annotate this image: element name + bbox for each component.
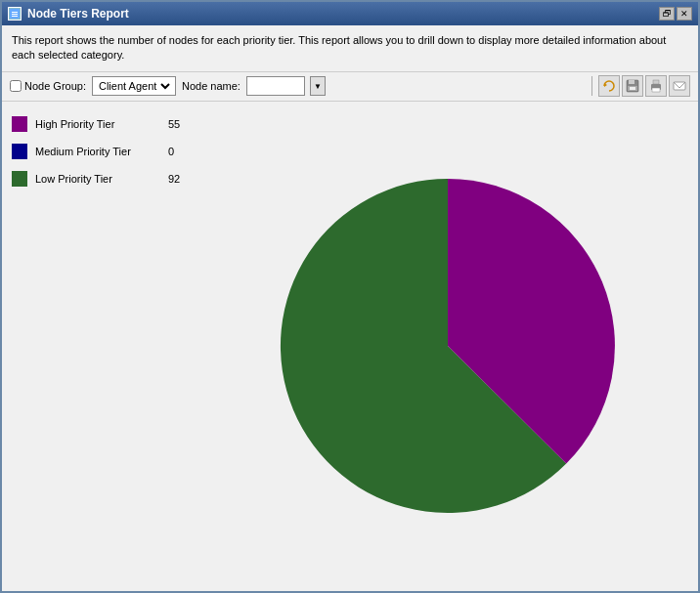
- title-bar: Node Tiers Report 🗗 ✕: [2, 2, 698, 25]
- svg-rect-6: [629, 80, 634, 84]
- toolbar-left: Node Group: Client Agent Node name: ▼: [10, 76, 582, 96]
- legend-item-high[interactable]: High Priority Tier 55: [12, 116, 188, 132]
- legend-label-low: Low Priority Tier: [35, 173, 160, 185]
- node-name-label: Node name:: [182, 80, 241, 92]
- svg-rect-3: [12, 16, 18, 17]
- legend-color-high: [12, 116, 27, 132]
- legend-item-medium[interactable]: Medium Priority Tier 0: [12, 144, 188, 159]
- legend-color-medium: [12, 144, 27, 159]
- print-button[interactable]: [645, 75, 667, 97]
- svg-rect-8: [630, 87, 635, 90]
- toolbar-separator: [591, 76, 592, 96]
- email-button[interactable]: [669, 75, 690, 97]
- save-button[interactable]: [622, 75, 643, 97]
- legend-count-medium: 0: [168, 146, 188, 157]
- node-group-checkbox[interactable]: [10, 80, 22, 92]
- window-icon: [8, 7, 22, 21]
- node-group-dropdown[interactable]: Client Agent: [92, 76, 176, 96]
- restore-button[interactable]: 🗗: [659, 7, 675, 21]
- legend-label-high: High Priority Tier: [35, 118, 160, 130]
- svg-rect-11: [652, 88, 660, 92]
- svg-rect-1: [12, 12, 18, 13]
- svg-marker-4: [604, 83, 607, 87]
- legend-count-low: 92: [168, 173, 188, 185]
- toolbar: Node Group: Client Agent Node name: ▼: [2, 72, 698, 102]
- close-button[interactable]: ✕: [677, 7, 692, 21]
- svg-rect-12: [674, 82, 685, 90]
- main-window: Node Tiers Report 🗗 ✕ This report shows …: [0, 0, 700, 593]
- legend-label-medium: Medium Priority Tier: [35, 146, 160, 157]
- svg-rect-10: [653, 80, 659, 84]
- legend-color-low: [12, 171, 27, 187]
- main-content: High Priority Tier 55 Medium Priority Ti…: [2, 102, 698, 591]
- legend-item-low[interactable]: Low Priority Tier 92: [12, 171, 188, 187]
- refresh-button[interactable]: [598, 75, 620, 97]
- title-bar-left: Node Tiers Report: [8, 7, 129, 21]
- node-name-dropdown-arrow[interactable]: ▼: [310, 76, 326, 96]
- legend-count-high: 55: [168, 118, 188, 130]
- node-group-select[interactable]: Client Agent: [95, 77, 173, 95]
- node-name-input[interactable]: [246, 76, 305, 96]
- node-group-checkbox-label[interactable]: Node Group:: [10, 80, 86, 92]
- report-description: This report shows the number of nodes fo…: [2, 25, 698, 72]
- chart-area: [197, 102, 698, 591]
- svg-rect-2: [12, 14, 18, 15]
- toolbar-right: [588, 75, 690, 97]
- title-controls: 🗗 ✕: [659, 7, 692, 21]
- legend: High Priority Tier 55 Medium Priority Ti…: [2, 102, 197, 591]
- node-group-label: Node Group:: [24, 80, 86, 92]
- pie-chart: [262, 160, 634, 531]
- window-title: Node Tiers Report: [27, 7, 129, 21]
